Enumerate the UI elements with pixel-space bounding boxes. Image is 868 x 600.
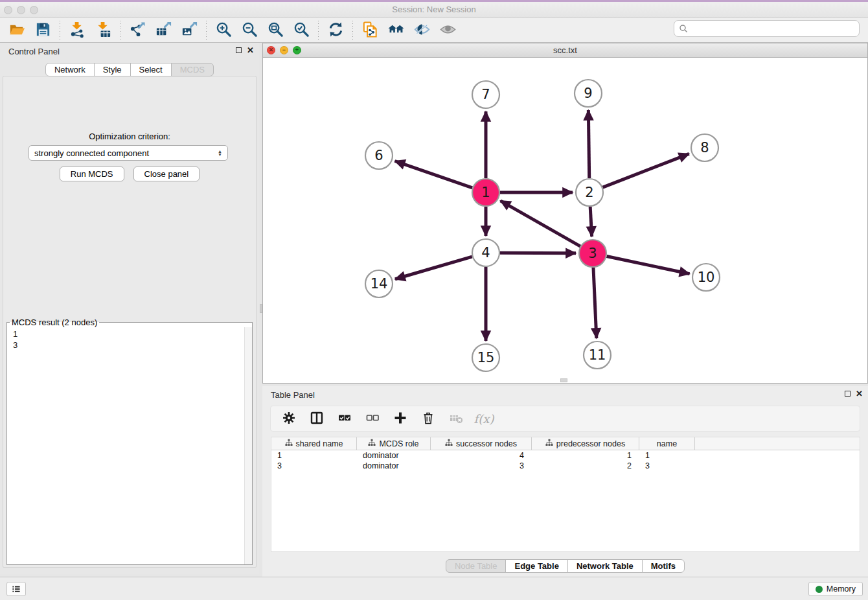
main-toolbar xyxy=(0,18,868,43)
zoom-in-button[interactable] xyxy=(211,19,236,41)
float-panel-icon[interactable] xyxy=(236,47,242,53)
export-network-button[interactable] xyxy=(124,19,150,41)
column-header-MCDS-role[interactable]: MCDS role xyxy=(357,437,431,450)
table-cell: 3 xyxy=(431,461,532,470)
optimization-criterion-select[interactable]: strongly connected component ▲▼ xyxy=(29,145,228,161)
column-label: predecessor nodes xyxy=(556,439,625,448)
table-row[interactable]: 1dominator411 xyxy=(271,450,860,461)
toolbar-separator xyxy=(206,21,207,40)
tab-motifs[interactable]: Motifs xyxy=(642,559,685,573)
memory-status-icon xyxy=(816,586,823,593)
memory-button[interactable]: Memory xyxy=(808,582,863,596)
import-table-button[interactable] xyxy=(90,19,116,41)
node-11[interactable]: 11 xyxy=(584,341,611,369)
toolbar-separator xyxy=(352,21,353,40)
delete-column-button[interactable] xyxy=(419,410,437,428)
tab-edge-table[interactable]: Edge Table xyxy=(505,559,567,573)
node-1[interactable]: 1 xyxy=(472,179,499,206)
float-table-panel-icon[interactable] xyxy=(845,391,851,397)
node-15[interactable]: 15 xyxy=(472,344,499,371)
copy-network-button[interactable] xyxy=(357,19,383,41)
run-mcds-button[interactable]: Run MCDS xyxy=(60,167,124,181)
function-builder-button: f(x) xyxy=(475,410,493,428)
node-8[interactable]: 8 xyxy=(691,134,718,161)
edge-3-1[interactable] xyxy=(501,201,580,246)
select-all-icon xyxy=(337,411,352,427)
network-view-window: ✕ − + scc.txt 7968124314101511 xyxy=(262,43,868,384)
memory-label: Memory xyxy=(827,584,856,594)
node-label: 4 xyxy=(481,245,490,260)
column-header-predecessor-nodes[interactable]: predecessor nodes xyxy=(532,437,639,450)
edge-2-3[interactable] xyxy=(590,207,591,237)
mcds-result-list[interactable]: 13 xyxy=(8,329,244,564)
show-columns-button[interactable] xyxy=(308,410,326,428)
search-box[interactable] xyxy=(674,20,860,37)
horizontal-splitter-grip[interactable] xyxy=(560,378,567,382)
node-14[interactable]: 14 xyxy=(365,270,393,297)
node-3[interactable]: 3 xyxy=(579,240,606,267)
edge-2-8[interactable] xyxy=(603,154,689,187)
close-panel-button[interactable]: Close panel xyxy=(133,167,200,181)
task-history-button[interactable] xyxy=(6,582,26,596)
zoom-fit-button[interactable] xyxy=(262,19,288,41)
column-header-name[interactable]: name xyxy=(639,437,695,450)
edge-3-10[interactable] xyxy=(607,257,690,274)
save-session-button[interactable] xyxy=(30,19,56,41)
status-bar: Memory xyxy=(0,577,868,600)
node-9[interactable]: 9 xyxy=(575,80,602,107)
node-label: 11 xyxy=(589,347,606,363)
network-canvas[interactable]: 7968124314101511 xyxy=(263,58,867,383)
control-panel-header: Control Panel ✕ xyxy=(0,43,259,60)
export-table-button[interactable] xyxy=(150,19,176,41)
vertical-splitter-grip[interactable] xyxy=(260,304,262,313)
search-icon xyxy=(679,24,688,33)
home-button[interactable] xyxy=(383,19,409,41)
select-all-button[interactable] xyxy=(336,410,354,428)
result-scrollbar[interactable] xyxy=(244,327,252,564)
import-network-button[interactable] xyxy=(64,19,90,41)
deselect-all-button[interactable] xyxy=(363,410,382,428)
node-2[interactable]: 2 xyxy=(576,179,603,206)
tab-select[interactable]: Select xyxy=(130,63,172,76)
table-settings-button[interactable] xyxy=(280,410,298,428)
close-table-panel-icon[interactable]: ✕ xyxy=(856,390,863,397)
export-image-button[interactable] xyxy=(176,19,202,41)
refresh-button[interactable] xyxy=(323,19,348,41)
node-7[interactable]: 7 xyxy=(472,81,499,108)
add-column-button[interactable] xyxy=(391,410,409,428)
column-label: MCDS role xyxy=(379,439,418,448)
node-10[interactable]: 10 xyxy=(692,264,720,291)
edge-1-6[interactable] xyxy=(395,161,473,187)
column-label: successor nodes xyxy=(456,439,517,448)
tab-network-table[interactable]: Network Table xyxy=(567,559,643,573)
close-panel-icon[interactable]: ✕ xyxy=(247,47,254,54)
zoom-fit-icon xyxy=(267,21,284,40)
toolbar-separator xyxy=(120,21,120,40)
tab-style[interactable]: Style xyxy=(94,63,131,76)
toolbar-group xyxy=(211,19,314,41)
node-label: 15 xyxy=(477,350,495,365)
column-header-shared-name[interactable]: shared name xyxy=(271,437,357,450)
open-session-button[interactable] xyxy=(4,19,30,41)
column-header-successor-nodes[interactable]: successor nodes xyxy=(431,437,532,450)
node-4[interactable]: 4 xyxy=(472,239,499,266)
edge-4-14[interactable] xyxy=(395,257,472,279)
toolbar-group xyxy=(323,19,348,41)
node-label: 9 xyxy=(584,86,592,101)
zoom-out-button[interactable] xyxy=(236,19,262,41)
node-6[interactable]: 6 xyxy=(365,142,393,169)
tab-mcds[interactable]: MCDS xyxy=(171,63,214,76)
edge-2-9[interactable] xyxy=(588,110,589,178)
hide-details-button[interactable] xyxy=(409,19,435,41)
show-details-button[interactable] xyxy=(435,19,461,41)
edge-3-11[interactable] xyxy=(593,268,597,338)
tab-node-table[interactable]: Node Table xyxy=(446,559,507,573)
save-session-icon xyxy=(34,21,52,40)
tab-network[interactable]: Network xyxy=(45,63,95,76)
table-row[interactable]: 3dominator323 xyxy=(271,461,860,471)
edge-4-3[interactable] xyxy=(500,253,576,253)
network-window-titlebar[interactable]: ✕ − + scc.txt xyxy=(263,43,867,58)
delete-column-icon xyxy=(421,411,435,427)
search-input[interactable] xyxy=(691,22,859,35)
zoom-selected-button[interactable] xyxy=(288,19,314,41)
